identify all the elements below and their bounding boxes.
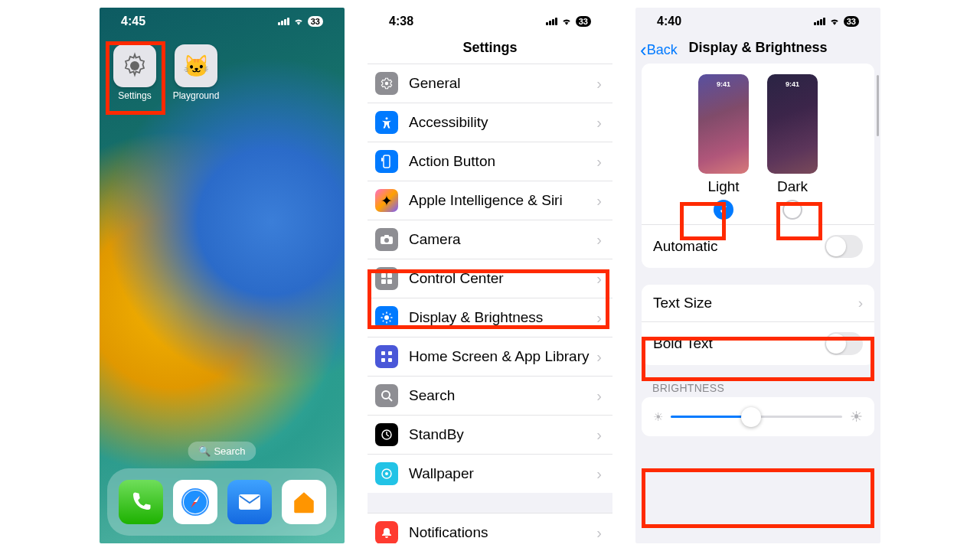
back-button[interactable]: ‹Back bbox=[640, 38, 678, 62]
svg-point-12 bbox=[384, 238, 389, 243]
row-label: General bbox=[409, 75, 596, 92]
brightness-slider[interactable] bbox=[671, 416, 842, 418]
back-label: Back bbox=[647, 42, 678, 58]
row-search[interactable]: Search› bbox=[368, 376, 612, 415]
scroll-indicator bbox=[877, 75, 879, 136]
row-label: Search bbox=[409, 387, 596, 404]
appearance-dark[interactable]: Dark bbox=[767, 74, 818, 220]
signal-icon bbox=[546, 18, 557, 25]
row-apple-intelligence[interactable]: ✦Apple Intelligence & Siri› bbox=[368, 181, 612, 220]
row-display-brightness[interactable]: Display & Brightness› bbox=[368, 298, 612, 337]
row-notifications[interactable]: Notifications› bbox=[368, 513, 612, 543]
playground-icon: 🐱 bbox=[175, 44, 217, 87]
brightness-header: BRIGHTNESS bbox=[635, 382, 880, 397]
dock-phone[interactable] bbox=[119, 480, 163, 524]
battery-icon: 33 bbox=[308, 16, 323, 27]
appearance-light[interactable]: Light ✓ bbox=[698, 74, 749, 220]
radio-unselected[interactable] bbox=[782, 200, 802, 220]
chevron-right-icon: › bbox=[596, 524, 602, 542]
svg-rect-27 bbox=[381, 351, 385, 355]
dark-label: Dark bbox=[777, 178, 808, 195]
row-label: Accessibility bbox=[409, 114, 596, 131]
status-right: 33 bbox=[278, 16, 323, 27]
accessibility-icon bbox=[375, 111, 398, 134]
wifi-icon bbox=[560, 17, 573, 26]
status-time: 4:38 bbox=[389, 15, 413, 28]
battery-icon: 33 bbox=[844, 16, 859, 27]
signal-icon bbox=[814, 18, 825, 25]
row-wallpaper[interactable]: Wallpaper› bbox=[368, 454, 612, 493]
dock-safari[interactable] bbox=[173, 480, 217, 524]
row-label: Home Screen & App Library bbox=[409, 348, 596, 365]
svg-rect-13 bbox=[384, 235, 389, 237]
search-icon: 🔍 bbox=[198, 445, 211, 457]
row-control-center[interactable]: Control Center› bbox=[368, 259, 612, 298]
svg-point-0 bbox=[130, 61, 139, 70]
row-label: Apple Intelligence & Siri bbox=[409, 192, 596, 209]
automatic-label: Automatic bbox=[653, 238, 717, 255]
status-time: 4:40 bbox=[657, 15, 681, 28]
homescreen-apps: Settings 🐱 Playground bbox=[100, 35, 345, 101]
spotlight-search[interactable]: 🔍 Search bbox=[188, 442, 256, 461]
dock-home[interactable] bbox=[282, 480, 326, 524]
svg-rect-14 bbox=[381, 273, 386, 278]
svg-line-35 bbox=[387, 435, 389, 436]
svg-rect-9 bbox=[384, 155, 390, 168]
row-home-screen[interactable]: Home Screen & App Library› bbox=[368, 337, 612, 376]
wallpaper-icon bbox=[375, 462, 398, 485]
light-label: Light bbox=[707, 178, 739, 195]
action-button-icon bbox=[375, 150, 398, 173]
svg-line-25 bbox=[383, 321, 384, 322]
row-automatic: Automatic bbox=[642, 225, 874, 268]
bold-text-toggle[interactable] bbox=[825, 332, 863, 355]
light-preview bbox=[698, 74, 749, 174]
brightness-icon bbox=[375, 306, 398, 329]
sun-bright-icon: ☀︎ bbox=[850, 408, 863, 425]
chevron-right-icon: › bbox=[596, 309, 602, 327]
automatic-toggle[interactable] bbox=[825, 235, 863, 258]
phone-homescreen: 4:45 33 Settings 🐱 Playground 🔍 Search bbox=[100, 8, 345, 543]
svg-rect-15 bbox=[387, 273, 392, 278]
section-spacer bbox=[368, 493, 612, 513]
chevron-right-icon: › bbox=[596, 231, 602, 249]
svg-point-18 bbox=[384, 315, 389, 320]
row-text-size[interactable]: Text Size › bbox=[642, 285, 874, 322]
row-camera[interactable]: Camera› bbox=[368, 220, 612, 259]
row-action-button[interactable]: Action Button› bbox=[368, 142, 612, 181]
chevron-right-icon: › bbox=[596, 387, 602, 405]
nav-title: Display & Brightness bbox=[688, 40, 827, 55]
svg-rect-16 bbox=[381, 279, 386, 284]
gear-icon bbox=[113, 44, 156, 87]
dock-mail[interactable] bbox=[227, 480, 272, 524]
row-general[interactable]: General› bbox=[368, 64, 612, 103]
phone-settings: 4:38 33 Settings General› Accessibility›… bbox=[368, 8, 612, 543]
row-label: Display & Brightness bbox=[409, 309, 596, 326]
brightness-slider-row: ☀︎ ☀︎ bbox=[642, 397, 874, 436]
chevron-right-icon: › bbox=[596, 114, 602, 132]
radio-selected[interactable]: ✓ bbox=[714, 200, 733, 220]
chevron-right-icon: › bbox=[596, 75, 602, 93]
chevron-right-icon: › bbox=[596, 192, 602, 210]
svg-point-37 bbox=[385, 472, 388, 475]
row-accessibility[interactable]: Accessibility› bbox=[368, 103, 612, 142]
chevron-right-icon: › bbox=[596, 426, 602, 444]
svg-line-24 bbox=[390, 321, 391, 322]
svg-rect-28 bbox=[388, 351, 392, 355]
row-label: Camera bbox=[409, 231, 596, 248]
row-standby[interactable]: StandBy› bbox=[368, 415, 612, 454]
app-playground[interactable]: 🐱 Playground bbox=[172, 44, 220, 101]
camera-icon bbox=[375, 228, 398, 251]
row-label: Notifications bbox=[409, 524, 596, 541]
text-size-label: Text Size bbox=[653, 295, 712, 311]
app-settings[interactable]: Settings bbox=[110, 44, 159, 101]
status-time: 4:45 bbox=[121, 15, 145, 28]
status-bar: 4:38 33 bbox=[368, 8, 612, 35]
search-icon bbox=[375, 384, 398, 407]
status-bar: 4:45 33 bbox=[100, 8, 345, 35]
svg-point-31 bbox=[382, 391, 390, 399]
svg-point-7 bbox=[385, 82, 389, 86]
signal-icon bbox=[278, 18, 289, 25]
row-label: Action Button bbox=[409, 153, 596, 170]
home-screen-icon bbox=[375, 345, 398, 368]
chevron-right-icon: › bbox=[596, 153, 602, 171]
